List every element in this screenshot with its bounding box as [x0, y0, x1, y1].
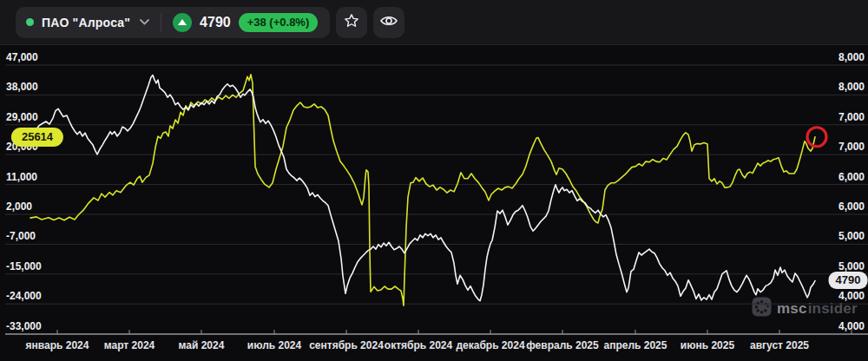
star-icon: [343, 12, 360, 32]
price-change-badge: +38 (+0.8%): [239, 13, 319, 32]
left-value-pill: 25614: [11, 128, 63, 147]
left-axis-label: 2,000: [6, 200, 32, 213]
instrument-selector[interactable]: ПАО "Алроса": [26, 16, 149, 30]
x-axis-label: июль 2024: [247, 339, 301, 351]
x-axis-label: июнь 2025: [681, 339, 734, 351]
x-axis-label: апрель 2025: [604, 339, 667, 351]
x-axis-label: октябрь 2024: [385, 339, 452, 351]
right-axis-label: 8,000: [838, 51, 865, 63]
left-axis-label: -24,000: [6, 290, 42, 302]
right-axis-label: 7,000: [838, 141, 865, 153]
left-axis-label: 47,000: [6, 51, 38, 63]
right-axis-label: 4,000: [838, 320, 865, 332]
instrument-and-price-control: ПАО "Алроса" 4790 +38 (+0.8%): [16, 7, 330, 38]
x-axis-label: февраль 2025: [526, 339, 598, 351]
eye-icon: [379, 13, 398, 31]
left-axis-label: -33,000: [6, 320, 42, 332]
trend-up-icon: [173, 13, 192, 32]
left-axis-label: -15,000: [6, 260, 42, 272]
right-axis-label: 8,000: [838, 81, 865, 93]
x-axis-label: август 2025: [750, 339, 809, 351]
right-value-pill: 4790: [829, 272, 868, 289]
x-axis-label: декабрь 2024: [456, 339, 524, 351]
plot-canvas[interactable]: [0, 0, 868, 361]
left-axis-label: 11,000: [6, 171, 37, 183]
left-axis-label: -7,000: [6, 230, 36, 242]
divider: [161, 13, 161, 32]
right-axis-label: 5,000: [838, 230, 865, 242]
right-axis-label: 4,000: [838, 290, 865, 302]
x-axis-label: январь 2024: [26, 339, 89, 351]
favorite-button[interactable]: [336, 7, 367, 38]
toolbar: ПАО "Алроса" 4790 +38 (+0.8%): [0, 0, 868, 45]
left-axis-label: 38,000: [6, 81, 38, 93]
highlight-circle-annotation: [807, 128, 826, 147]
left-axis-label: 29,000: [6, 111, 38, 123]
chevron-down-icon: [140, 19, 149, 25]
right-axis-label: 7,000: [838, 111, 865, 123]
right-axis-label: 6,000: [838, 171, 865, 183]
series-indicator-yellow: [30, 75, 815, 305]
right-axis-label: 5,000: [838, 260, 865, 272]
watch-button[interactable]: [373, 7, 404, 38]
instrument-status-dot: [26, 18, 34, 26]
x-axis-label: март 2024: [104, 339, 155, 351]
series-price-white: [29, 75, 815, 301]
instrument-label: ПАО "Алроса": [42, 16, 130, 30]
price-summary: 4790 +38 (+0.8%): [173, 13, 318, 32]
x-axis-label: май 2024: [179, 339, 225, 351]
price-value: 4790: [200, 15, 231, 30]
right-axis-label: 6,000: [838, 200, 865, 213]
x-axis-label: сентябрь 2024: [309, 339, 384, 351]
